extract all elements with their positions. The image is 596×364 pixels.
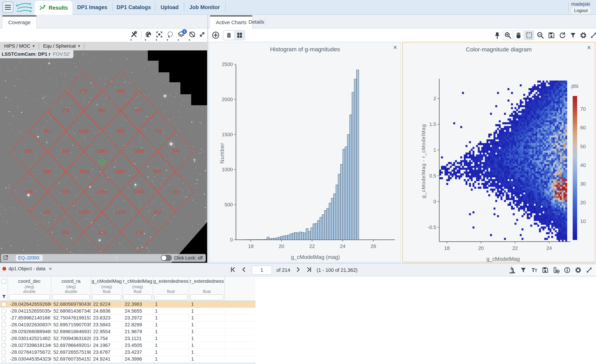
rotate-icon[interactable] xyxy=(558,30,567,40)
histogram-bar[interactable] xyxy=(308,232,311,240)
histogram-bar[interactable] xyxy=(272,238,274,240)
histogram-bar[interactable] xyxy=(334,194,336,240)
save-icon[interactable] xyxy=(542,266,549,274)
histogram-bar[interactable] xyxy=(244,240,246,240)
prev-page-icon[interactable] xyxy=(241,266,247,274)
histogram-bar[interactable] xyxy=(262,240,265,240)
histogram-bar[interactable] xyxy=(336,185,338,240)
histogram-bar[interactable] xyxy=(253,240,255,240)
histogram-bar[interactable] xyxy=(265,240,267,240)
histogram-bar[interactable] xyxy=(324,211,327,240)
last-page-icon[interactable] xyxy=(306,266,312,274)
colormag-plot[interactable]: -0.500.511.5218202224g_cModelMagg_cModel… xyxy=(403,42,595,262)
expand-diagonal-icon[interactable] xyxy=(585,266,593,274)
zoom-in-icon[interactable] xyxy=(503,30,513,40)
histogram-bar[interactable] xyxy=(283,236,285,240)
histogram-bar[interactable] xyxy=(347,135,350,240)
next-page-icon[interactable] xyxy=(295,266,301,274)
histogram-bar[interactable] xyxy=(322,215,324,240)
histogram-bar[interactable] xyxy=(260,240,262,240)
histogram-bar[interactable] xyxy=(297,233,299,240)
close-icon[interactable]: × xyxy=(587,44,591,51)
microscope-icon[interactable] xyxy=(508,266,516,274)
histogram-bar[interactable] xyxy=(255,240,258,240)
center-focus-icon[interactable]: ▾ xyxy=(155,30,164,41)
nav-tab-upload[interactable]: Upload xyxy=(155,0,184,15)
table-row[interactable]: -28.0273396181340852.6978664920146224.19… xyxy=(0,342,255,349)
tab-coverage[interactable]: Coverage xyxy=(2,15,37,29)
table-row[interactable]: -28.0304453543230452.6976073541536624.92… xyxy=(0,356,255,363)
histogram-bar[interactable] xyxy=(357,70,359,240)
tools-icon[interactable]: ▾ xyxy=(130,30,138,41)
compass-off-icon[interactable]: ▾ xyxy=(188,30,196,41)
save-icon[interactable] xyxy=(547,30,556,40)
histogram-bar[interactable] xyxy=(269,239,271,240)
column-header-coord_ra[interactable]: coord_ra(deg)double xyxy=(51,277,91,301)
row-checkbox[interactable] xyxy=(1,343,6,348)
pan-hand-icon[interactable] xyxy=(514,30,523,40)
first-page-icon[interactable] xyxy=(230,266,236,274)
table-row[interactable]: -28.02784197567221452.6972655751987623.6… xyxy=(0,349,255,356)
table-row[interactable]: -28.04264265926865852.68056979043639422.… xyxy=(0,301,255,308)
histogram-bar[interactable] xyxy=(327,208,329,240)
histogram-bar[interactable] xyxy=(350,115,352,240)
column-filter-input[interactable] xyxy=(124,294,152,300)
zoom-1x-icon[interactable]: 1X xyxy=(536,30,545,40)
lasso-icon[interactable]: ▾ xyxy=(166,30,175,41)
histogram-bar[interactable] xyxy=(331,198,334,240)
menu-button[interactable] xyxy=(2,1,13,13)
add-chart-icon[interactable] xyxy=(211,31,220,40)
row-checkbox[interactable] xyxy=(1,329,6,334)
pin-icon[interactable] xyxy=(492,30,502,40)
page-number-input[interactable]: 1 xyxy=(252,265,272,275)
info-icon[interactable] xyxy=(563,266,571,274)
row-checkbox[interactable] xyxy=(1,336,6,341)
histogram-bar[interactable] xyxy=(340,164,343,240)
table-row[interactable]: -27.8599621401667752.7504761991531123.63… xyxy=(0,315,255,321)
histogram-bar[interactable] xyxy=(295,232,297,240)
histogram-bar[interactable] xyxy=(258,240,260,240)
histogram-bar[interactable] xyxy=(292,233,294,240)
close-icon[interactable]: × xyxy=(49,266,52,272)
text-format-icon[interactable]: TT xyxy=(530,266,538,274)
histogram-bar[interactable] xyxy=(267,237,269,240)
column-header-g_cModelMag[interactable]: g_cModelMag(mag)float xyxy=(91,277,123,301)
histogram-bar[interactable] xyxy=(343,149,345,240)
histogram-bar[interactable] xyxy=(304,233,306,240)
histogram-bar[interactable] xyxy=(311,228,313,240)
histogram-bar[interactable] xyxy=(320,217,322,240)
table-row[interactable]: -28.0419226308370752.6957159070354523.58… xyxy=(0,321,255,328)
histogram-bar[interactable] xyxy=(354,79,357,240)
filter-icon[interactable] xyxy=(520,266,527,274)
nav-tab-dp1-catalogs[interactable]: DP1 Catalogs xyxy=(112,0,155,15)
row-checkbox[interactable] xyxy=(1,357,6,361)
histogram-bar[interactable] xyxy=(329,203,331,240)
resize-diagonal-icon[interactable] xyxy=(198,30,206,41)
nav-tab-dp1-images[interactable]: DP1 Images xyxy=(72,0,112,15)
column-filter-input[interactable] xyxy=(92,294,121,300)
select-all-checkbox[interactable] xyxy=(1,279,6,284)
column-header-r_extendedness[interactable]: r_extendednessfloat xyxy=(189,277,225,301)
column-filter-input[interactable] xyxy=(190,294,224,300)
histogram-bar[interactable] xyxy=(278,237,281,240)
row-checkbox[interactable] xyxy=(1,322,6,327)
column-filter-input[interactable] xyxy=(9,294,50,300)
histogram-bar[interactable] xyxy=(338,174,340,240)
layers-icon[interactable]: ▾5 xyxy=(177,30,186,41)
nav-tab-results[interactable]: Results xyxy=(35,1,72,15)
table-row[interactable]: -28.03014252148233352.70094363162884623.… xyxy=(0,335,255,342)
column-header-coord_dec[interactable]: coord_dec(deg)double xyxy=(8,277,51,301)
row-checkbox[interactable] xyxy=(1,309,6,313)
histogram-bar[interactable] xyxy=(301,232,304,240)
add-column-icon[interactable] xyxy=(552,266,560,274)
column-filter-input[interactable] xyxy=(52,294,90,300)
filter-icon[interactable] xyxy=(568,30,578,40)
filter-icon[interactable] xyxy=(1,294,7,300)
histogram-bar[interactable] xyxy=(290,234,292,240)
column-header-g_extendedness[interactable]: g_extendednessfloat xyxy=(153,277,189,301)
histogram-plot[interactable]: 050010001500200025001820222426g_cModelMa… xyxy=(209,42,401,262)
row-checkbox[interactable] xyxy=(1,302,6,306)
histogram-bar[interactable] xyxy=(345,147,347,240)
layout-grid-button[interactable] xyxy=(234,31,245,40)
histogram-bar[interactable] xyxy=(274,238,276,240)
